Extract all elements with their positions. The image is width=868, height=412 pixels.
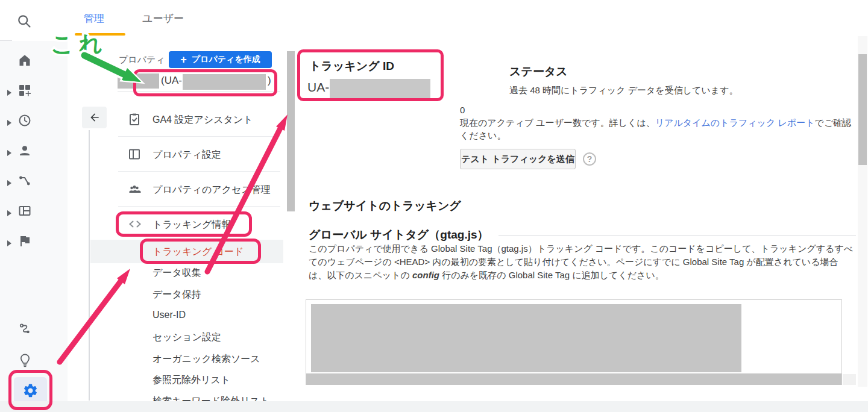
tracking-info-code-icon [127, 217, 143, 231]
clock-icon[interactable] [17, 113, 32, 128]
create-property-button[interactable]: + プロパティを作成 [169, 51, 272, 68]
submenu-item-tracking-code[interactable]: トラッキング コード [153, 246, 244, 258]
redacted-property-name [118, 73, 159, 89]
ga4-assistant-icon [127, 112, 142, 126]
expand-caret[interactable] [7, 90, 11, 96]
plus-icon: + [180, 54, 187, 66]
website-tracking-title: ウェブサイトのトラッキング [309, 198, 461, 214]
redacted-code-snippet [311, 304, 741, 372]
expand-caret[interactable] [7, 180, 11, 186]
menu-item-property-settings[interactable]: プロパティ設定 [153, 149, 221, 161]
explore-icon[interactable] [17, 204, 32, 218]
menu-divider [118, 206, 280, 207]
submenu-item-user-id[interactable]: User-ID [153, 310, 186, 320]
config-keyword: config [412, 270, 439, 280]
expand-caret[interactable] [7, 120, 11, 126]
attribution-icon[interactable] [17, 173, 32, 188]
tab-admin[interactable]: 管理 [84, 11, 104, 25]
expand-caret[interactable] [7, 210, 11, 216]
menu-item-ga4-assistant[interactable]: GA4 設定アシスタント [153, 114, 253, 126]
active-users-description: 現在のアクティブ ユーザー数です。詳しくは、リアルタイムのトラフィック レポート… [460, 116, 856, 142]
help-icon[interactable]: ? [583, 152, 596, 166]
collapse-back-button[interactable] [82, 107, 107, 128]
settings-gear-icon[interactable] [22, 382, 39, 399]
page-scrollbar-thumb[interactable] [858, 54, 867, 165]
menu-tree-line [89, 130, 90, 401]
menu-divider [118, 136, 280, 137]
status-title: ステータス [509, 64, 568, 80]
home-icon[interactable] [17, 53, 32, 67]
back-arrow-icon [82, 111, 107, 123]
submenu-item-data-collection[interactable]: データ収集 [153, 267, 201, 279]
property-selector-suffix: ) [268, 75, 271, 87]
journey-icon[interactable] [17, 322, 32, 336]
submenu-item-session-settings[interactable]: セッション設定 [153, 331, 221, 344]
expand-caret[interactable] [7, 240, 11, 246]
redacted-code-bottom-bar [306, 373, 841, 385]
icon-rail [0, 41, 68, 401]
property-access-icon [127, 182, 142, 196]
gtag-title: グローバル サイトタグ（gtag.js） [309, 227, 489, 243]
code-scrollbar-track[interactable] [843, 374, 856, 385]
tracking-id-title: トラッキング ID [309, 58, 394, 74]
active-tab-underline [75, 33, 125, 36]
status-traffic-line: 過去 48 時間にトラフィック データを受信しています。 [509, 84, 738, 96]
menu-item-property-access[interactable]: プロパティのアクセス管理 [153, 184, 271, 196]
send-test-traffic-button[interactable]: テスト トラフィックを送信 [460, 149, 576, 169]
tab-user[interactable]: ユーザー [142, 11, 184, 25]
redacted-tracking-id [330, 79, 430, 101]
search-icon[interactable] [16, 13, 33, 30]
submenu-item-data-retention[interactable]: データ保持 [153, 289, 201, 301]
customization-icon[interactable] [17, 83, 32, 98]
flag-icon[interactable] [17, 234, 32, 248]
audience-icon[interactable] [17, 143, 32, 158]
menu-divider [118, 171, 280, 172]
realtime-report-link[interactable]: リアルタイムのトラフィック レポート [655, 117, 815, 128]
gtag-description: このプロパティで使用できる Global Site Tag（gtag.js）トラ… [309, 242, 855, 282]
insights-icon[interactable] [18, 353, 32, 368]
active-users-count: 0 [460, 104, 465, 116]
tracking-id-value-prefix: UA- [307, 80, 329, 95]
expand-caret[interactable] [7, 150, 11, 156]
redacted-property-id [183, 74, 266, 90]
footer-bar [0, 401, 868, 412]
header: 管理 ユーザー [0, 0, 868, 41]
submenu-item-referral-exclusion[interactable]: 参照元除外リスト [153, 374, 230, 387]
red-arrow-tracking-code [60, 269, 130, 362]
gtag-heading-row: グローバル サイトタグ（gtag.js） [309, 227, 856, 243]
gtag-heading-rule [498, 235, 856, 236]
gtag-description-text: 行のみを既存の Global Site Tag に追加してください。 [439, 270, 664, 280]
description-text: 現在のアクティブ ユーザー数です。詳しくは、 [460, 117, 655, 128]
ga-admin-page: 管理 ユーザー [0, 0, 868, 412]
menu-item-tracking-info[interactable]: トラッキング情報 [153, 219, 231, 231]
selector-divider [118, 92, 280, 92]
submenu-item-organic-search[interactable]: オーガニック検索ソース [153, 353, 260, 366]
panel-scrollbar[interactable] [287, 51, 295, 211]
property-column-label: プロパティ [119, 54, 165, 66]
property-settings-icon [127, 147, 142, 161]
property-selector-prefix[interactable]: (UA- [161, 75, 182, 87]
create-property-label: プロパティを作成 [192, 54, 260, 65]
